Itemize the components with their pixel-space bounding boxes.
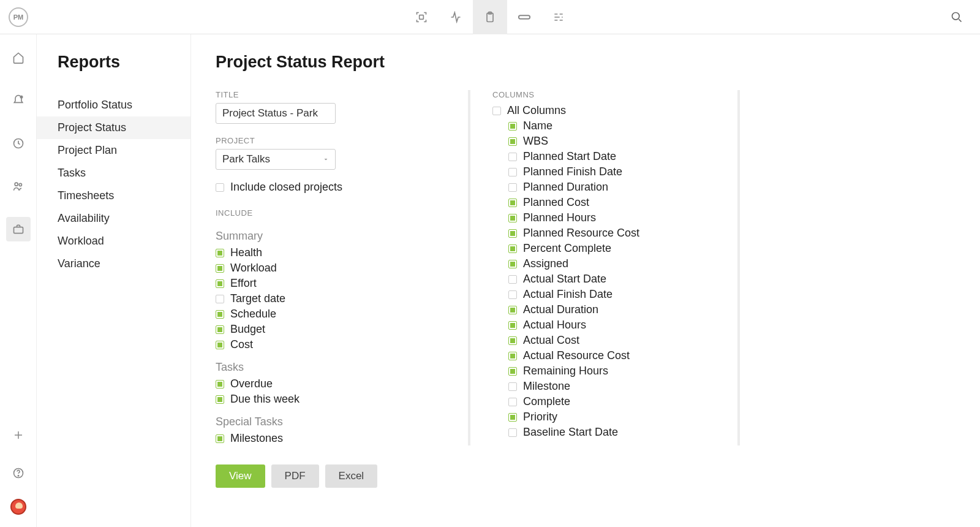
checkbox-label: Budget	[230, 323, 265, 336]
checkbox-actual-finish-date[interactable]: Actual Finish Date	[492, 287, 737, 302]
project-label: PROJECT	[216, 136, 457, 145]
activity-icon[interactable]	[439, 0, 473, 34]
checkbox-box	[216, 341, 224, 349]
sidebar-item-tasks[interactable]: Tasks	[37, 162, 190, 184]
checkbox-label: Planned Cost	[523, 196, 589, 209]
checkbox-planned-finish-date[interactable]: Planned Finish Date	[492, 164, 737, 180]
checkbox-label: Planned Hours	[523, 211, 596, 224]
checkbox-due-this-week[interactable]: Due this week	[216, 392, 457, 407]
checkbox-label: Planned Finish Date	[523, 165, 622, 178]
view-button[interactable]: View	[216, 464, 265, 488]
project-select[interactable]: Park Talks	[216, 149, 336, 170]
avatar[interactable]	[10, 499, 26, 515]
checkbox-milestones[interactable]: Milestones	[216, 431, 457, 446]
svg-point-4	[952, 12, 960, 20]
all-columns-label: All Columns	[507, 104, 566, 117]
checkbox-name[interactable]: Name	[492, 118, 737, 134]
checkbox-planned-cost[interactable]: Planned Cost	[492, 195, 737, 210]
checkbox-label: Actual Hours	[523, 319, 586, 332]
checkbox-milestone[interactable]: Milestone	[492, 379, 737, 394]
checkbox-cost[interactable]: Cost	[216, 337, 457, 352]
checkbox-target-date[interactable]: Target date	[216, 291, 457, 306]
checkbox-label: Schedule	[230, 308, 276, 320]
checkbox-box	[508, 321, 517, 330]
checkbox-actual-hours[interactable]: Actual Hours	[492, 317, 737, 333]
people-icon[interactable]	[6, 174, 31, 199]
search-icon[interactable]	[944, 5, 969, 29]
left-rail	[0, 34, 37, 527]
checkbox-actual-cost[interactable]: Actual Cost	[492, 333, 737, 348]
clock-icon[interactable]	[6, 131, 31, 156]
title-label: TITLE	[216, 90, 457, 99]
home-icon[interactable]	[6, 45, 31, 70]
plus-icon[interactable]	[6, 423, 31, 447]
checkbox-label: Remaining Hours	[523, 365, 608, 377]
checkbox-planned-start-date[interactable]: Planned Start Date	[492, 149, 737, 164]
checkbox-box	[508, 245, 517, 253]
sidebar-item-workload[interactable]: Workload	[37, 230, 190, 252]
link-icon[interactable]	[507, 0, 541, 34]
checkbox-health[interactable]: Health	[216, 245, 457, 260]
sidebar-item-availability[interactable]: Availability	[37, 207, 190, 230]
checkbox-planned-hours[interactable]: Planned Hours	[492, 210, 737, 226]
clipboard-icon[interactable]	[473, 0, 507, 34]
checkbox-label: Baseline Start Date	[523, 426, 618, 439]
checkbox-priority[interactable]: Priority	[492, 409, 737, 425]
top-center-nav	[404, 0, 576, 34]
checkbox-actual-duration[interactable]: Actual Duration	[492, 302, 737, 317]
checkbox-planned-resource-cost[interactable]: Planned Resource Cost	[492, 226, 737, 241]
checkbox-percent-complete[interactable]: Percent Complete	[492, 241, 737, 256]
help-icon[interactable]	[6, 461, 31, 485]
checkbox-box	[508, 183, 517, 192]
briefcase-icon[interactable]	[6, 217, 31, 241]
include-label: INCLUDE	[216, 208, 457, 218]
pdf-button[interactable]: PDF	[271, 464, 319, 488]
svg-point-11	[18, 476, 18, 476]
checkbox-label: Planned Duration	[523, 181, 608, 194]
checkbox-actual-start-date[interactable]: Actual Start Date	[492, 271, 737, 287]
checkbox-label: Percent Complete	[523, 242, 611, 255]
checkbox-label: Milestone	[523, 380, 570, 393]
scan-icon[interactable]	[404, 0, 439, 34]
include-closed-checkbox[interactable]: Include closed projects	[216, 180, 457, 195]
checkbox-label: Actual Duration	[523, 303, 598, 316]
checkbox-schedule[interactable]: Schedule	[216, 306, 457, 322]
checkbox-workload[interactable]: Workload	[216, 260, 457, 276]
checkbox-box	[216, 264, 224, 273]
checkbox-effort[interactable]: Effort	[216, 276, 457, 291]
report-sidebar: Reports Portfolio StatusProject StatusPr…	[37, 34, 191, 527]
excel-button[interactable]: Excel	[325, 464, 378, 488]
report-title-input[interactable]	[216, 103, 336, 124]
checkbox-complete[interactable]: Complete	[492, 394, 737, 409]
sidebar-item-project-status[interactable]: Project Status	[37, 116, 190, 139]
checkbox-planned-duration[interactable]: Planned Duration	[492, 180, 737, 195]
sidebar-item-timesheets[interactable]: Timesheets	[37, 184, 190, 207]
checkbox-actual-resource-cost[interactable]: Actual Resource Cost	[492, 348, 737, 363]
checkbox-wbs[interactable]: WBS	[492, 134, 737, 149]
flow-icon[interactable]	[541, 0, 576, 34]
checkbox-label: Assigned	[523, 257, 568, 270]
checkbox-label: Complete	[523, 395, 570, 408]
group-heading-tasks: Tasks	[216, 361, 457, 374]
checkbox-baseline-start-date[interactable]: Baseline Start Date	[492, 425, 737, 440]
checkbox-overdue[interactable]: Overdue	[216, 376, 457, 392]
checkbox-box	[216, 310, 224, 319]
svg-rect-9	[13, 227, 23, 233]
group-heading-summary: Summary	[216, 230, 457, 243]
checkbox-box	[508, 199, 517, 207]
all-columns-checkbox[interactable]: All Columns	[492, 103, 737, 118]
sidebar-item-portfolio-status[interactable]: Portfolio Status	[37, 94, 190, 116]
bell-icon[interactable]	[6, 88, 31, 113]
checkbox-box	[216, 395, 224, 404]
checkbox-budget[interactable]: Budget	[216, 322, 457, 337]
checkbox-label: Actual Finish Date	[523, 288, 612, 301]
sidebar-item-project-plan[interactable]: Project Plan	[37, 139, 190, 162]
sidebar-item-variance[interactable]: Variance	[37, 252, 190, 275]
checkbox-remaining-hours[interactable]: Remaining Hours	[492, 363, 737, 379]
checkbox-box	[508, 367, 517, 376]
checkbox-label: Planned Resource Cost	[523, 227, 639, 240]
checkbox-box	[508, 260, 517, 268]
app-logo[interactable]: PM	[9, 7, 28, 27]
checkbox-assigned[interactable]: Assigned	[492, 256, 737, 271]
checkbox-label: Actual Cost	[523, 334, 579, 347]
